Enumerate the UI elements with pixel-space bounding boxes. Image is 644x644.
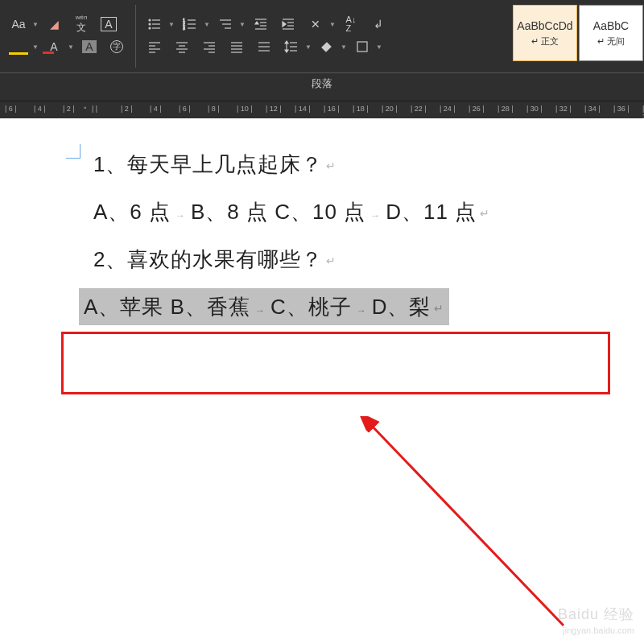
paint-bucket-icon: [320, 39, 334, 54]
dropdown-icon[interactable]: ▼: [239, 21, 246, 28]
dropdown-icon[interactable]: ▼: [376, 43, 382, 51]
asian-layout-button[interactable]: ✕: [303, 14, 328, 35]
ruler[interactable]: ◦ | 6 || 4 || 2 || || 2 || 4 || 6 || 8 |…: [0, 101, 644, 118]
paragraph-mark-icon: ↵: [480, 207, 490, 220]
annotation-highlight-box: [61, 332, 610, 394]
question-1-options[interactable]: A、6 点→B、8 点 C、10 点→D、11 点: [93, 200, 477, 224]
indent-icon: [281, 17, 295, 31]
svg-point-2: [149, 23, 151, 25]
dropdown-icon[interactable]: ▼: [32, 43, 39, 51]
enclose-characters-button[interactable]: 字: [105, 36, 129, 57]
svg-marker-47: [285, 41, 288, 43]
highlight-color-button[interactable]: [6, 36, 31, 57]
ruler-tick: | 18 |: [353, 105, 369, 113]
style-sample-text: AaBbC: [593, 19, 629, 32]
borders-button[interactable]: [350, 36, 374, 57]
numbering-icon: 123: [183, 17, 197, 31]
ruler-tick: | 2 |: [121, 105, 133, 113]
dropdown-icon[interactable]: ▼: [68, 43, 74, 51]
bullets-button[interactable]: [142, 14, 167, 35]
phonetic-guide-button[interactable]: wén 文: [69, 14, 93, 35]
shading-button[interactable]: [315, 36, 339, 57]
align-center-icon: [175, 39, 189, 54]
align-justify-icon: [229, 39, 244, 54]
show-marks-button[interactable]: ↲: [366, 14, 390, 35]
dropdown-icon[interactable]: ▼: [341, 43, 347, 51]
ruler-tick: | 16 |: [324, 105, 340, 113]
style-name-text: ↵ 无间: [597, 35, 625, 47]
text-line-selected[interactable]: A、苹果 B、香蕉→C、桃子→D、梨↵: [79, 291, 642, 323]
align-right-icon: [202, 39, 217, 54]
ruler-tick: | 28 |: [497, 105, 514, 113]
ruler-tick: | 2 |: [63, 105, 75, 113]
ruler-tick: | 20 |: [382, 105, 398, 113]
paragraph-group-label: 段落: [0, 72, 644, 94]
multilevel-list-button[interactable]: [213, 14, 237, 35]
ruler-tick: | 10 |: [237, 105, 253, 113]
svg-point-4: [149, 27, 151, 29]
text-line[interactable]: 2、喜欢的水果有哪些？↵: [93, 244, 642, 275]
dropdown-icon[interactable]: ▼: [168, 21, 175, 28]
page-content[interactable]: 1、每天早上几点起床？↵ A、6 点→B、8 点 C、10 点→D、11 点↵ …: [79, 118, 642, 339]
document-area[interactable]: 1、每天早上几点起床？↵ A、6 点→B、8 点 C、10 点→D、11 点↵ …: [0, 118, 644, 644]
style-name-text: ↵ 正文: [531, 35, 559, 47]
question-1[interactable]: 1、每天早上几点起床？: [93, 152, 323, 176]
styles-gallery: AaBbCcDd ↵ 正文 AaBbC ↵ 无间: [512, 0, 644, 72]
increase-indent-button[interactable]: [276, 14, 300, 35]
ruler-tick: | 34 |: [584, 105, 601, 113]
text-line[interactable]: A、6 点→B、8 点 C、10 点→D、11 点↵: [93, 196, 642, 228]
ruler-tick: | 14 |: [295, 105, 311, 113]
paragraph-mark-icon: ↵: [326, 254, 336, 267]
dropdown-icon[interactable]: ▼: [204, 21, 210, 28]
watermark-url: jingyan.baidu.com: [558, 625, 634, 636]
character-border-button[interactable]: A: [97, 14, 121, 35]
selected-text[interactable]: A、苹果 B、香蕉→C、桃子→D、梨↵: [79, 288, 449, 325]
svg-marker-17: [255, 22, 258, 24]
numbering-button[interactable]: 123: [178, 14, 202, 35]
align-right-button[interactable]: [197, 36, 221, 57]
font-color-button[interactable]: A: [42, 36, 66, 57]
outdent-icon: [254, 17, 268, 31]
style-sample-text: AaBbCcDd: [517, 19, 572, 32]
ruler-tick: | 26 |: [469, 105, 485, 113]
svg-rect-49: [357, 42, 367, 52]
distribute-button[interactable]: [252, 36, 276, 57]
ruler-tick: | 24 |: [440, 105, 456, 113]
character-shading-button[interactable]: A: [77, 36, 101, 57]
paragraph-mark-icon: ↵: [326, 159, 336, 172]
ruler-tick: | 6 |: [179, 105, 191, 113]
align-left-icon: [147, 39, 162, 54]
watermark: Baidu 经验 jingyan.baidu.com: [558, 605, 634, 636]
decrease-indent-button[interactable]: [249, 14, 273, 35]
watermark-brand: Baidu 经验: [558, 605, 634, 624]
question-2[interactable]: 2、喜欢的水果有哪些？: [93, 247, 323, 271]
dropdown-icon[interactable]: ▼: [305, 43, 312, 51]
align-left-button[interactable]: [142, 36, 167, 57]
change-case-button[interactable]: Aa: [6, 14, 31, 35]
line-spacing-button[interactable]: [279, 36, 303, 57]
style-normal[interactable]: AaBbCcDd ↵ 正文: [513, 5, 577, 61]
style-nospacing[interactable]: AaBbC ↵ 无间: [579, 5, 643, 61]
ribbon-controls: Aa▼ ◢ wén 文 A ▼ A▼ A 字 ▼ 123▼ ▼: [0, 0, 644, 72]
dropdown-icon[interactable]: ▼: [32, 21, 39, 28]
svg-text:3: 3: [183, 26, 185, 31]
font-group: Aa▼ ◢ wén 文 A ▼ A▼ A 字: [0, 0, 135, 72]
multilevel-icon: [218, 17, 233, 31]
indent-marker-icon[interactable]: ◦: [84, 103, 87, 112]
sort-button[interactable]: A↓Z: [339, 14, 363, 35]
ruler-tick: | 4 |: [150, 105, 162, 113]
paragraph-group: ▼ 123▼ ▼ ✕▼ A↓Z ↲ ▼ ▼ ▼: [136, 0, 397, 72]
ruler-tick: | 30 |: [526, 105, 543, 113]
ruler-tick: | 36 |: [613, 105, 630, 113]
svg-marker-22: [283, 22, 286, 27]
ruler-tick: | 32 |: [555, 105, 572, 113]
borders-icon: [355, 39, 369, 54]
dropdown-icon[interactable]: ▼: [329, 21, 336, 28]
bullets-icon: [147, 17, 162, 31]
align-center-button[interactable]: [170, 36, 194, 57]
ruler-tick: | 6 |: [5, 105, 17, 113]
distribute-icon: [257, 39, 271, 54]
align-justify-button[interactable]: [225, 36, 249, 57]
clear-formatting-button[interactable]: ◢: [42, 14, 66, 35]
text-line[interactable]: 1、每天早上几点起床？↵: [93, 149, 642, 180]
